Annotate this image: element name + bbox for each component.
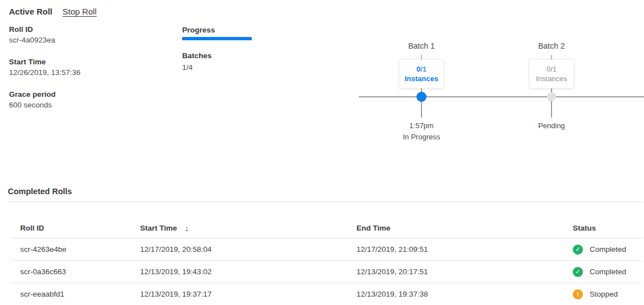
cell-status: ✓ Completed: [573, 267, 642, 277]
grace-period-label: Grace period: [9, 90, 81, 100]
progress-bar-fill: [182, 37, 252, 40]
batches-value: 1/4: [182, 63, 283, 72]
column-header-start-time[interactable]: Start Time ↓: [140, 224, 356, 233]
cell-start-time: 12/13/2019, 19:37:17: [140, 290, 356, 298]
progress-bar: [182, 37, 252, 40]
stop-roll-link[interactable]: Stop Roll: [63, 7, 97, 16]
start-time-value: 12/26/2019, 13:57:36: [9, 68, 81, 78]
batch-1-instances-card[interactable]: 0/1 Instances: [399, 59, 444, 88]
status-label: Stopped: [590, 290, 618, 298]
batch-2-instances-count: 0/1: [546, 65, 557, 73]
batch-1-time: 1:57pm: [377, 121, 466, 130]
batch-2-milestone-dot: [547, 92, 556, 101]
batch-2-instances-label: Instances: [536, 74, 567, 83]
table-row: scr-eeaabfd1 12/13/2019, 19:37:17 12/13/…: [11, 283, 642, 305]
cell-roll-id: scr-4263e4be: [11, 245, 140, 254]
status-label: Completed: [590, 245, 626, 254]
completed-rolls-title: Completed Rolls: [8, 187, 72, 196]
batch-2-time: Pending: [507, 121, 596, 130]
cell-start-time: 12/17/2019, 20:58:04: [140, 245, 356, 254]
check-circle-icon: ✓: [573, 245, 583, 255]
column-header-status[interactable]: Status: [573, 224, 642, 232]
batch-1-milestone-dot: [416, 92, 427, 102]
timeline-axis: [359, 96, 644, 97]
column-header-roll-id[interactable]: Roll ID: [11, 224, 140, 232]
status-label: Completed: [590, 268, 626, 276]
roll-id-label: Roll ID: [9, 25, 81, 35]
batch-1-instances-label: Instances: [405, 74, 438, 83]
batch-2-name: Batch 2: [507, 41, 596, 50]
batch-1-instances-count: 0/1: [416, 65, 427, 73]
cell-roll-id: scr-0a36c663: [11, 268, 140, 276]
cell-end-time: 12/13/2019, 20:17:51: [356, 268, 573, 276]
exclamation-circle-icon: !: [573, 289, 583, 299]
column-header-end-time[interactable]: End Time: [356, 224, 573, 232]
progress-label: Progress: [182, 26, 283, 34]
table-header-row: Roll ID Start Time ↓ End Time Status: [11, 218, 642, 238]
grace-period-field: Grace period 600 seconds: [9, 90, 81, 110]
cell-start-time: 12/13/2019, 19:43:02: [140, 268, 356, 276]
cell-status: ✓ Completed: [573, 245, 642, 255]
cell-end-time: 12/17/2019, 21:09:51: [356, 245, 573, 254]
roll-id-field: Roll ID scr-4a0923ea: [9, 25, 81, 45]
batches-label: Batches: [182, 52, 283, 60]
cell-end-time: 12/13/2019, 19:37:38: [356, 290, 573, 298]
batch-2-instances-card[interactable]: 0/1 Instances: [529, 59, 574, 88]
active-roll-title: Active Roll: [9, 7, 53, 16]
table-row: scr-0a36c663 12/13/2019, 19:43:02 12/13/…: [11, 261, 642, 283]
cell-roll-id: scr-eeaabfd1: [11, 290, 140, 298]
table-row: scr-4263e4be 12/17/2019, 20:58:04 12/17/…: [11, 238, 642, 261]
roll-id-value: scr-4a0923ea: [9, 35, 81, 45]
batch-1-name: Batch 1: [377, 41, 466, 50]
section-divider: [8, 201, 642, 202]
completed-rolls-table: Roll ID Start Time ↓ End Time Status scr…: [11, 218, 642, 305]
grace-period-value: 600 seconds: [9, 100, 81, 110]
sort-desc-icon[interactable]: ↓: [185, 224, 189, 233]
check-circle-icon: ✓: [573, 267, 583, 277]
active-roll-header: Active Roll Stop Roll: [9, 7, 96, 16]
roll-dashboard: Active Roll Stop Roll Roll ID scr-4a0923…: [0, 0, 644, 305]
cell-status: ! Stopped: [573, 289, 642, 299]
start-time-label: Start Time: [9, 57, 81, 67]
progress-column: Progress Batches 1/4: [182, 26, 283, 72]
batch-1-state: In Progress: [377, 133, 466, 141]
roll-info-column: Roll ID scr-4a0923ea Start Time 12/26/20…: [9, 25, 81, 122]
start-time-field: Start Time 12/26/2019, 13:57:36: [9, 57, 81, 78]
